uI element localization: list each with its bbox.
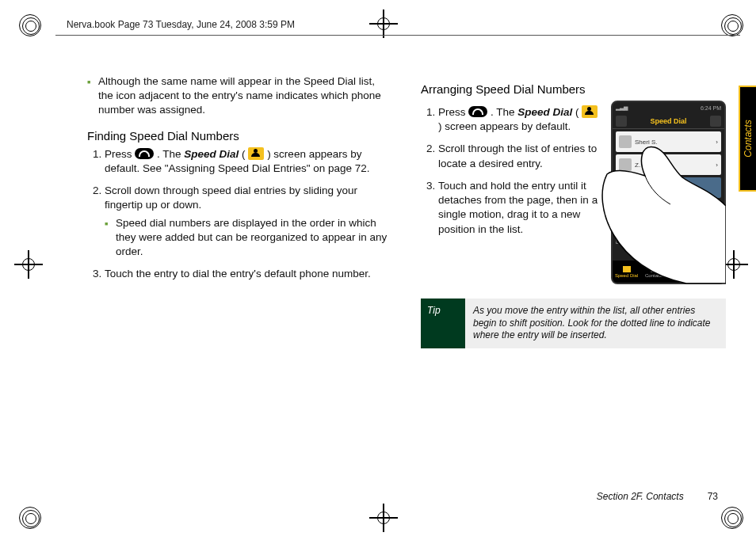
speed-dial-row-selected: Alex S.	[616, 177, 721, 198]
finding-step-2-sub: Speed dial numbers are displayed in the …	[105, 216, 392, 260]
crop-target-icon	[369, 10, 398, 38]
nav-tab-contacts: Contacts	[640, 260, 668, 283]
device-header-right-button	[710, 116, 721, 127]
heading-arranging: Arranging Speed Dial Numbers	[421, 82, 726, 96]
speed-dial-icon	[248, 147, 264, 160]
home-key-icon	[468, 106, 487, 117]
footer-section: Section 2F. Contacts	[597, 491, 684, 502]
finding-step-2: Scroll down through speed dial entries b…	[105, 184, 392, 259]
device-screenshot: ▂▃▅ 6:24 PM Speed Dial Sheri S.› Z	[611, 101, 726, 284]
speed-dial-icon	[582, 105, 598, 118]
page-content: Although the same name will appear in th…	[87, 71, 732, 508]
speed-dial-row: Sheri S.›	[616, 131, 721, 152]
crop-mark-icon	[19, 14, 41, 36]
nav-tab-speed-dial: Speed Dial	[613, 260, 640, 283]
page-footer: Section 2F. Contacts 73	[597, 491, 718, 502]
nav-tab-history: History	[669, 260, 697, 283]
arranging-steps: Press . The Speed Dial ( ) screen appear…	[421, 105, 601, 237]
avatar-icon	[619, 204, 632, 217]
device-header-left-button	[616, 116, 627, 127]
device-time: 6:24 PM	[701, 105, 721, 111]
finding-steps: Press . The Speed Dial ( ) screen appear…	[87, 147, 392, 282]
avatar-icon	[619, 135, 632, 148]
device-nav: Speed Dial Contacts History Dialer	[613, 260, 724, 283]
crop-target-icon	[14, 250, 43, 279]
device-status-bar: ▂▃▅ 6:24 PM	[613, 102, 724, 113]
avatar-icon	[619, 158, 632, 171]
home-key-icon	[135, 148, 154, 159]
finding-step-1: Press . The Speed Dial ( ) screen appear…	[105, 147, 392, 176]
speed-dial-term: Speed Dial	[184, 148, 239, 160]
arranging-step-1: Press . The Speed Dial ( ) screen appear…	[438, 105, 601, 134]
header-rule	[55, 35, 740, 36]
nav-tab-dialer: Dialer	[697, 260, 724, 283]
heading-finding: Finding Speed Dial Numbers	[87, 129, 392, 143]
tip-label: Tip	[421, 299, 465, 348]
right-column: Arranging Speed Dial Numbers Press . The…	[421, 71, 726, 348]
left-column: Although the same name will appear in th…	[87, 71, 392, 348]
crop-mark-icon	[19, 507, 41, 529]
speed-dial-term: Speed Dial	[517, 106, 572, 118]
device-title: Speed Dial	[627, 117, 710, 125]
tip-box: Tip As you move the entry within the lis…	[421, 299, 726, 348]
intro-note: Although the same name will appear in th…	[87, 74, 392, 118]
section-tab-label: Contacts	[743, 120, 754, 157]
footer-page-number: 73	[708, 491, 718, 502]
signal-icon: ▂▃▅	[616, 105, 628, 111]
crop-mark-icon	[721, 507, 743, 529]
arranging-step-2: Scroll through the list of entries to lo…	[438, 142, 601, 170]
speed-dial-row: Z.›	[616, 154, 721, 175]
tip-text: As you move the entry within the list, a…	[465, 299, 726, 348]
device-header: Speed Dial	[613, 113, 724, 129]
speed-dial-row: Wendy S.›	[616, 200, 721, 221]
avatar-icon	[619, 181, 632, 194]
finding-step-3: Touch the entry to dial the entry's defa…	[105, 267, 392, 281]
arranging-step-3: Touch and hold the entry until it detach…	[438, 179, 601, 237]
crop-mark-icon	[721, 14, 743, 36]
book-header: Nerva.book Page 73 Tuesday, June 24, 200…	[67, 19, 295, 30]
tap-to-add-row: Tap to add+	[616, 223, 721, 244]
section-tab: Contacts	[739, 86, 756, 192]
